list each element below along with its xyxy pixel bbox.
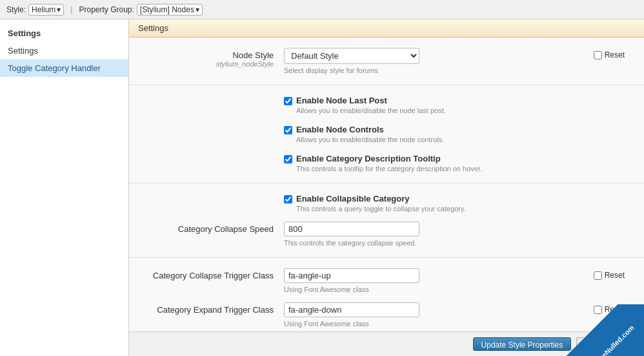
property-group-label: Property Group: xyxy=(79,5,134,14)
enable-collapsible-desc: This controls a query toggle to collapse… xyxy=(296,205,466,213)
enable-node-last-post-desc: Allows you to enable/disable the node la… xyxy=(296,107,446,114)
style-dropdown-arrow: ▾ xyxy=(57,5,61,14)
style-dropdown[interactable]: Helium ▾ xyxy=(28,4,64,16)
enable-node-last-post-label: Enable Node Last Post xyxy=(296,96,446,105)
style-label: Style: xyxy=(6,5,26,14)
node-style-row: Node Style stylium_nodeStyle Default Sty… xyxy=(142,48,631,74)
enable-collapsible-checkbox[interactable] xyxy=(284,195,292,204)
property-group-selector: Property Group: [Stylium] Nodes ▾ xyxy=(79,4,202,16)
sidebar-item-settings[interactable]: Settings xyxy=(0,42,128,59)
sidebar: Settings Settings Toggle Category Handle… xyxy=(0,19,129,356)
collapse-speed-row: Category Collapse Speed This controls th… xyxy=(142,222,631,247)
node-style-label-block: Node Style stylium_nodeStyle xyxy=(142,48,284,68)
enable-node-controls-label-block: Enable Node Controls Allows you to enabl… xyxy=(296,125,444,143)
collapse-speed-content: This controls the category collapse spee… xyxy=(284,222,631,247)
enable-node-last-post-row: Enable Node Last Post Allows you to enab… xyxy=(284,96,631,114)
style-value: Helium xyxy=(32,5,55,14)
node-style-reset-label: Reset xyxy=(605,50,625,59)
property-group-value: [Stylium] Nodes xyxy=(140,5,194,14)
expand-trigger-row: Category Expand Trigger Class Using Font… xyxy=(142,302,631,328)
tab-label: Settings xyxy=(138,23,168,33)
enable-node-controls-row: Enable Node Controls Allows you to enabl… xyxy=(284,125,631,143)
enable-category-desc-tooltip-label-block: Enable Category Description Tooltip This… xyxy=(296,154,482,173)
collapse-trigger-row: Category Collapse Trigger Class Using Fo… xyxy=(142,268,631,293)
collapse-trigger-label-block: Category Collapse Trigger Class xyxy=(142,268,284,280)
enable-category-desc-tooltip-desc: This controls a tooltip for the category… xyxy=(296,165,482,173)
enable-collapsible-label-block: Enable Collapsible Category This control… xyxy=(296,194,466,213)
enable-category-desc-tooltip-row: Enable Category Description Tooltip This… xyxy=(284,154,631,173)
node-style-select[interactable]: Default Style xyxy=(284,48,419,64)
sidebar-item-toggle-category[interactable]: Toggle Category Handler xyxy=(0,59,128,77)
watermark: LoveNulled.com xyxy=(567,304,644,356)
collapse-speed-label: Category Collapse Speed xyxy=(142,224,274,234)
property-group-arrow: ▾ xyxy=(196,5,199,14)
expand-trigger-label-block: Category Expand Trigger Class xyxy=(142,302,284,315)
collapse-trigger-reset-checkbox[interactable] xyxy=(594,271,602,280)
node-style-sublabel: stylium_nodeStyle xyxy=(142,60,274,68)
enable-collapsible-row: Enable Collapsible Category This control… xyxy=(284,194,631,213)
collapsible-section: Enable Collapsible Category This control… xyxy=(129,183,644,258)
node-style-content: Default Style Select display style for f… xyxy=(284,48,631,74)
node-style-reset-checkbox[interactable] xyxy=(594,51,602,59)
collapse-trigger-input[interactable] xyxy=(284,268,419,283)
separator: | xyxy=(70,5,72,14)
enable-node-controls-checkbox[interactable] xyxy=(284,126,292,134)
collapse-speed-input[interactable] xyxy=(284,222,419,236)
node-style-reset-area: Reset xyxy=(594,50,625,59)
collapse-speed-description: This controls the category collapse spee… xyxy=(284,239,631,247)
update-style-button[interactable]: Update Style Properties xyxy=(473,337,572,351)
enable-node-controls-label: Enable Node Controls xyxy=(296,125,444,134)
node-controls-section: Enable Node Last Post Allows you to enab… xyxy=(129,85,644,183)
node-style-label: Node Style xyxy=(142,50,274,60)
collapse-trigger-description: Using Font Awesome class xyxy=(284,286,631,293)
collapse-trigger-label: Category Collapse Trigger Class xyxy=(142,271,274,280)
tab-header[interactable]: Settings xyxy=(129,19,644,37)
collapse-trigger-content: Using Font Awesome class xyxy=(284,268,631,293)
top-bar: Style: Helium ▾ | Property Group: [Styli… xyxy=(0,0,644,19)
enable-category-desc-tooltip-label: Enable Category Description Tooltip xyxy=(296,154,482,163)
watermark-text: LoveNulled.com xyxy=(591,324,636,356)
collapse-trigger-reset-area: Reset xyxy=(594,271,625,280)
node-style-description: Select display style for forums xyxy=(284,67,631,74)
collapse-speed-label-block: Category Collapse Speed xyxy=(142,222,284,234)
enable-node-last-post-label-block: Enable Node Last Post Allows you to enab… xyxy=(296,96,446,114)
collapse-trigger-reset-label: Reset xyxy=(605,271,625,280)
enable-collapsible-label: Enable Collapsible Category xyxy=(296,194,466,204)
enable-node-last-post-checkbox[interactable] xyxy=(284,97,292,105)
expand-trigger-input[interactable] xyxy=(284,302,419,317)
node-style-section: Node Style stylium_nodeStyle Default Sty… xyxy=(129,37,644,85)
property-group-dropdown[interactable]: [Stylium] Nodes ▾ xyxy=(137,4,203,16)
sidebar-heading: Settings xyxy=(0,25,128,42)
style-selector: Style: Helium ▾ xyxy=(6,4,64,16)
main-layout: Settings Settings Toggle Category Handle… xyxy=(0,19,644,356)
enable-category-desc-tooltip-checkbox[interactable] xyxy=(284,155,292,163)
expand-trigger-label: Category Expand Trigger Class xyxy=(142,305,274,315)
enable-node-controls-desc: Allows you to enable/disable the node co… xyxy=(296,136,444,143)
